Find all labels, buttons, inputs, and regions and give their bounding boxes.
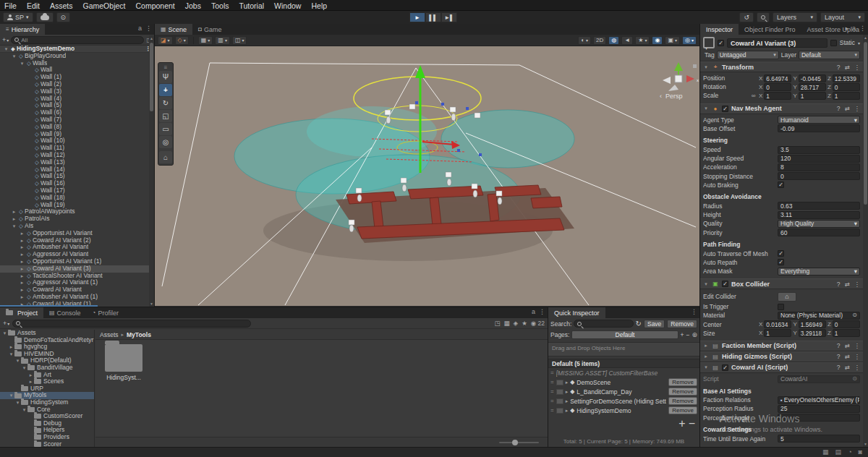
hand-tool[interactable]: Ψ: [159, 71, 172, 83]
tools-grip[interactable]: ≡: [159, 64, 172, 70]
chevron-right-icon[interactable]: ▸: [19, 244, 25, 251]
remove-item-button[interactable]: −: [689, 417, 695, 430]
hierarchy-item[interactable]: ▸◇Opportunist AI Variant: [0, 230, 154, 237]
preset-icon[interactable]: ⇄: [844, 353, 849, 360]
pivot-dropdown[interactable]: ◇▾: [175, 36, 189, 45]
qi-row[interactable]: =▸◆HidingSystemDemoRemove: [548, 406, 699, 415]
x-field[interactable]: 0.01634: [764, 320, 791, 328]
rotate-tool[interactable]: ↻: [159, 97, 172, 109]
input-field[interactable]: 120: [778, 155, 860, 163]
object-field[interactable]: None (Physic Material)⊙: [778, 312, 860, 320]
help-icon[interactable]: ?: [837, 342, 841, 349]
checkbox[interactable]: ✓: [778, 259, 784, 265]
y-field[interactable]: 1: [799, 92, 826, 100]
input-field[interactable]: 3.11: [778, 211, 860, 219]
tool-settings-dropdown[interactable]: ◪▾: [158, 36, 173, 45]
component-enabled-checkbox[interactable]: ✓: [722, 106, 728, 112]
zoom-slider[interactable]: [499, 442, 539, 443]
chevron-down-icon[interactable]: ▾: [8, 392, 14, 399]
hierarchy-search-input[interactable]: All: [11, 36, 144, 44]
lock-icon[interactable]: a: [532, 308, 535, 315]
menu-assets[interactable]: Assets: [50, 1, 73, 10]
refresh-icon[interactable]: ↻: [636, 320, 642, 328]
shading-dropdown[interactable]: ◐▾: [578, 36, 591, 45]
breadcrumb-current[interactable]: MyTools: [127, 331, 151, 338]
hierarchy-item[interactable]: ▸◇PatrolAIWaypoints: [0, 208, 154, 215]
hierarchy-item[interactable]: ▸◇Opportunist AI Variant (1): [0, 258, 154, 265]
audio-toggle[interactable]: ◄: [621, 36, 633, 45]
chevron-right-icon[interactable]: ▸: [19, 251, 25, 258]
kebab-icon[interactable]: ⋮: [854, 64, 861, 71]
y-field[interactable]: 3.29118: [799, 329, 826, 337]
scroll-down-icon[interactable]: ▼: [149, 302, 154, 306]
chevron-right-icon[interactable]: ▸: [703, 343, 709, 349]
input-field[interactable]: 8: [778, 163, 860, 171]
menu-edit[interactable]: Edit: [27, 1, 40, 10]
object-picker-icon[interactable]: ⊙: [852, 312, 857, 319]
remove-row-button[interactable]: Remove: [668, 388, 697, 396]
z-field[interactable]: 0: [833, 83, 860, 91]
x-field[interactable]: 1: [764, 92, 791, 100]
hierarchy-item[interactable]: ◇Wall (7): [0, 116, 154, 124]
hierarchy-item[interactable]: ◇Wall (2): [0, 81, 154, 88]
inspector-scrollbar[interactable]: ▲ ▼: [863, 35, 868, 447]
help-icon[interactable]: ?: [837, 64, 841, 71]
kebab-icon[interactable]: ⋮: [691, 308, 697, 315]
menu-component[interactable]: Component: [135, 1, 174, 10]
asset-item[interactable]: HidingSyst...: [103, 344, 145, 432]
create-button[interactable]: +▾: [3, 320, 9, 327]
chevron-down-icon[interactable]: ▾: [703, 106, 709, 111]
chevron-down-icon[interactable]: ▾: [21, 406, 27, 414]
edit-collider-button[interactable]: ⌂: [778, 292, 796, 302]
y-field[interactable]: -0.0445: [799, 74, 826, 82]
status-icon-3[interactable]: ◔: [848, 448, 851, 456]
breadcrumb-assets[interactable]: Assets: [100, 331, 119, 338]
chevron-right-icon[interactable]: ▸: [11, 215, 17, 223]
tab-game[interactable]: ◘Game: [192, 24, 227, 35]
object-field[interactable]: ▪EveryOneIsOthersEnemy (Facti⊙: [778, 396, 860, 404]
hierarchy-hscroll[interactable]: [0, 305, 98, 307]
hierarchy-item[interactable]: ◇Wall (17): [0, 187, 154, 195]
help-icon[interactable]: ?: [837, 364, 841, 371]
drag-handle[interactable]: =: [550, 379, 554, 385]
hierarchy-item[interactable]: ◇Wall: [0, 67, 154, 74]
z-field[interactable]: 1: [833, 92, 860, 100]
hierarchy-item[interactable]: ◇Wall (8): [0, 124, 154, 131]
hierarchy-item[interactable]: ▾◆HidingSystemDemo⋮: [0, 46, 154, 53]
snap-dropdown[interactable]: ▦▾: [198, 36, 213, 45]
hierarchy-item[interactable]: ▸◇PatrolAIs: [0, 215, 154, 223]
hierarchy-item[interactable]: ◇Wall (4): [0, 95, 154, 103]
kebab-icon[interactable]: ⋮: [854, 342, 861, 349]
preset-icon[interactable]: ⇄: [844, 364, 849, 371]
cloud-button[interactable]: [36, 12, 54, 22]
tab-console[interactable]: ▤Console: [43, 307, 87, 318]
menu-gameobject[interactable]: GameObject: [83, 1, 126, 10]
project-folder-item[interactable]: Scorer: [0, 441, 94, 448]
hierarchy-item[interactable]: ▾◇BigPlayGround: [0, 53, 154, 60]
chevron-right-icon[interactable]: ▸: [703, 354, 709, 359]
menu-tutorial[interactable]: Tutorial: [239, 1, 264, 10]
scroll-up-icon[interactable]: ▲: [149, 36, 154, 40]
lock-icon[interactable]: a: [138, 25, 142, 32]
eye-icon[interactable]: ◉ 22: [531, 320, 545, 327]
hierarchy-item[interactable]: ◇Wall (5): [0, 102, 154, 109]
object-field[interactable]: CowardAI⊙: [778, 375, 860, 383]
grid-dropdown[interactable]: ▥▾: [215, 36, 230, 45]
chevron-right-icon[interactable]: ▸: [27, 372, 34, 379]
dropdown[interactable]: High Quality▾: [778, 220, 860, 228]
hierarchy-item[interactable]: ▸◇Ambusher AI Variant: [0, 244, 154, 251]
chevron-right-icon[interactable]: ▸: [566, 389, 569, 395]
layout-dropdown[interactable]: Layout▾: [820, 12, 865, 22]
hierarchy-scrollbar[interactable]: ▲ ▼: [149, 35, 154, 307]
hierarchy-item[interactable]: ◇Wall (3): [0, 88, 154, 95]
project-search-input[interactable]: [12, 320, 251, 328]
status-icon-4[interactable]: ◙: [859, 448, 862, 456]
help-icon[interactable]: ?: [837, 281, 841, 288]
chevron-down-icon[interactable]: ▾: [3, 46, 9, 52]
input-field[interactable]: 3.5: [778, 146, 860, 154]
menu-file[interactable]: File: [4, 1, 17, 10]
hierarchy-item[interactable]: ▸◇Aggressor AI Variant (1): [0, 279, 154, 286]
preset-icon[interactable]: ⇄: [844, 105, 849, 112]
chevron-right-icon[interactable]: ▸: [8, 343, 14, 351]
menu-tools[interactable]: Tools: [211, 1, 229, 10]
